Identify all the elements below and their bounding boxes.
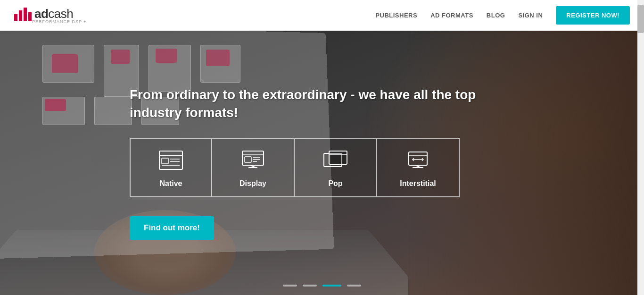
format-interstitial-label: Interstitial	[400, 179, 436, 188]
slider-dots	[283, 285, 361, 287]
native-icon	[157, 149, 185, 172]
svg-rect-0	[159, 151, 182, 169]
logo-bars-icon	[14, 8, 32, 21]
slider-dot-4[interactable]	[347, 285, 361, 287]
interstitial-icon	[404, 149, 432, 172]
format-card-interstitial[interactable]: Interstitial	[377, 138, 460, 197]
hero-content: From ordinary to the extraordinary - we …	[0, 31, 644, 295]
pop-icon	[322, 149, 350, 172]
scrollbar-thumb[interactable]	[637, 5, 644, 33]
svg-rect-8	[245, 157, 251, 162]
header: adcash PERFORMANCE DSP + PUBLISHERS AD F…	[0, 0, 644, 31]
hero-headline: From ordinary to the extraordinary - we …	[130, 86, 488, 122]
nav-ad-formats[interactable]: AD FORMATS	[430, 12, 473, 19]
logo-area: adcash PERFORMANCE DSP +	[14, 7, 87, 24]
nav-sign-in[interactable]: SIGN IN	[518, 12, 543, 19]
nav-publishers[interactable]: PUBLISHERS	[375, 12, 417, 19]
format-cards: Native Displa	[130, 138, 644, 197]
format-pop-label: Pop	[328, 179, 342, 188]
slider-dot-1[interactable]	[283, 285, 297, 287]
main-nav: PUBLISHERS AD FORMATS BLOG SIGN IN REGIS…	[375, 6, 630, 25]
format-card-display[interactable]: Display	[212, 138, 295, 197]
svg-rect-6	[242, 151, 264, 165]
hero-section: From ordinary to the extraordinary - we …	[0, 31, 644, 295]
display-icon	[239, 149, 267, 172]
register-button[interactable]: REGISTER NOW!	[556, 6, 630, 25]
format-card-native[interactable]: Native	[130, 138, 212, 197]
svg-rect-15	[329, 151, 347, 164]
scrollbar[interactable]	[637, 0, 644, 295]
svg-rect-2	[162, 158, 168, 164]
slider-dot-2[interactable]	[303, 285, 317, 287]
find-out-more-button[interactable]: Find out more!	[130, 216, 214, 240]
logo-subtitle: PERFORMANCE DSP +	[32, 19, 87, 24]
format-display-label: Display	[239, 179, 266, 188]
svg-rect-17	[409, 152, 427, 165]
slider-dot-3[interactable]	[322, 285, 341, 287]
nav-blog[interactable]: BLOG	[487, 12, 505, 19]
format-native-label: Native	[159, 179, 182, 188]
format-card-pop[interactable]: Pop	[295, 138, 377, 197]
